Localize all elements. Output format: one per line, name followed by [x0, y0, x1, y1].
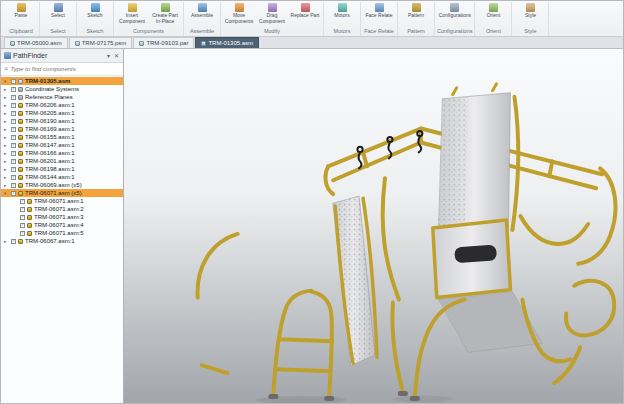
visibility-checkbox[interactable] — [11, 151, 16, 156]
tree-item[interactable]: TRM-06071.asm:4 — [1, 221, 123, 229]
ribbon-button[interactable]: Motors — [326, 2, 358, 20]
ribbon-button[interactable]: Pattern — [400, 2, 432, 20]
search-input[interactable] — [10, 66, 120, 72]
close-icon[interactable]: ✕ — [113, 52, 120, 59]
visibility-checkbox[interactable] — [11, 175, 16, 180]
visibility-checkbox[interactable] — [11, 103, 16, 108]
ribbon-button[interactable]: Assemble — [186, 2, 218, 20]
tree-item[interactable]: ▸ Reference Planes — [1, 93, 123, 101]
tree-item[interactable]: ▸ TRM-06201.asm:1 — [1, 157, 123, 165]
ribbon-button[interactable]: Move Components — [223, 2, 255, 26]
ribbon-button[interactable]: Insert Component — [116, 2, 148, 26]
tree-item[interactable]: ▾ TRM-06071.asm (x5) — [1, 189, 123, 197]
tree-item[interactable]: ▸ TRM-06155.asm:1 — [1, 133, 123, 141]
document-icon — [10, 41, 15, 46]
expand-arrow-icon[interactable]: ▸ — [4, 143, 9, 148]
ribbon-group-label: Clipboard — [5, 27, 37, 36]
tree-item[interactable]: ▾ TRM-01305.asm — [1, 77, 123, 85]
expand-arrow-icon[interactable]: ▾ — [4, 79, 9, 84]
visibility-checkbox[interactable] — [11, 183, 16, 188]
ribbon-button[interactable]: Face Relate — [363, 2, 395, 20]
expand-arrow-icon[interactable]: ▸ — [4, 151, 9, 156]
tree-item[interactable]: TRM-06071.asm:1 — [1, 197, 123, 205]
ribbon-button[interactable]: Orient — [477, 2, 509, 20]
visibility-checkbox[interactable] — [20, 199, 25, 204]
assembly-icon — [27, 231, 32, 236]
visibility-checkbox[interactable] — [11, 87, 16, 92]
ribbon-button[interactable]: Sketch — [79, 2, 111, 20]
ribbon-button[interactable]: Select — [42, 2, 74, 20]
dropdown-icon[interactable]: ▾ — [106, 52, 111, 59]
panel-window[interactable] — [433, 220, 543, 352]
tree-item[interactable]: ▸ TRM-06190.asm:1 — [1, 117, 123, 125]
assembly-icon — [18, 239, 23, 244]
tube-left-elbow[interactable] — [198, 234, 238, 373]
visibility-checkbox[interactable] — [11, 127, 16, 132]
tree-item[interactable]: ▸ TRM-06147.asm:1 — [1, 141, 123, 149]
expand-arrow-icon[interactable]: ▸ — [4, 167, 9, 172]
expand-arrow-icon[interactable]: ▾ — [4, 191, 9, 196]
expand-arrow-icon[interactable]: ▸ — [4, 95, 9, 100]
ribbon-group-label: Face Relate — [363, 27, 395, 36]
visibility-checkbox[interactable] — [11, 239, 16, 244]
visibility-checkbox[interactable] — [11, 111, 16, 116]
visibility-checkbox[interactable] — [11, 167, 16, 172]
ribbon-group-label: Sketch — [79, 27, 111, 36]
expand-arrow-icon[interactable]: ▸ — [4, 111, 9, 116]
expand-arrow-icon[interactable]: ▸ — [4, 87, 9, 92]
expand-arrow-icon[interactable]: ▸ — [4, 119, 9, 124]
visibility-checkbox[interactable] — [11, 159, 16, 164]
tree-item[interactable]: ▸ TRM-06169.asm:1 — [1, 125, 123, 133]
visibility-checkbox[interactable] — [20, 231, 25, 236]
tree-item[interactable]: ▸ TRM-06166.asm:1 — [1, 149, 123, 157]
assembly-model[interactable] — [198, 84, 616, 403]
visibility-checkbox[interactable] — [11, 119, 16, 124]
tree-item[interactable]: ▸ Coordinate Systems — [1, 85, 123, 93]
document-tab[interactable]: TRM-01305.asm — [195, 37, 259, 48]
expand-arrow-icon[interactable]: ▸ — [4, 127, 9, 132]
ribbon-button[interactable]: Drag Component — [256, 2, 288, 26]
panel-center-tall[interactable] — [333, 196, 377, 365]
tree-item[interactable]: TRM-06071.asm:3 — [1, 213, 123, 221]
tree-item[interactable]: ▸ TRM-06069.asm (x5) — [1, 181, 123, 189]
panel-upper-right[interactable] — [439, 84, 518, 236]
ribbon-button[interactable]: Replace Part — [289, 2, 321, 20]
tree-item[interactable]: ▸ TRM-06144.asm:1 — [1, 173, 123, 181]
visibility-checkbox[interactable] — [20, 215, 25, 220]
face-relate-icon — [375, 3, 384, 12]
document-tab[interactable]: TRM-07175.psm — [69, 37, 133, 48]
tube-bottom-left-frame[interactable] — [273, 291, 332, 397]
visibility-checkbox[interactable] — [20, 223, 25, 228]
document-tab[interactable]: TRM-05000.asm — [4, 37, 68, 48]
visibility-checkbox[interactable] — [11, 79, 16, 84]
tube-center[interactable] — [383, 178, 403, 392]
tree-item[interactable]: TRM-06071.asm:5 — [1, 229, 123, 237]
tree-item-label: TRM-06147.asm:1 — [25, 142, 75, 148]
visibility-checkbox[interactable] — [11, 95, 16, 100]
tree-item[interactable]: ▸ TRM-06067.asm:1 — [1, 237, 123, 245]
expand-arrow-icon[interactable]: ▸ — [4, 175, 9, 180]
tree-item[interactable]: ▸ TRM-06198.asm:1 — [1, 165, 123, 173]
ribbon-group-motors: Motors Motors — [324, 2, 361, 36]
ribbon-button[interactable]: Style — [514, 2, 546, 20]
ribbon-button[interactable]: Paste — [5, 2, 37, 20]
tube-right-cluster[interactable] — [520, 168, 615, 383]
document-tab[interactable]: TRM-09103.par — [133, 37, 194, 48]
assembly-icon — [27, 215, 32, 220]
ribbon-button[interactable]: Configurations — [439, 2, 471, 20]
expand-arrow-icon[interactable]: ▸ — [4, 183, 9, 188]
tree-item[interactable]: ▸ TRM-06206.asm:1 — [1, 101, 123, 109]
expand-arrow-icon[interactable]: ▸ — [4, 239, 9, 244]
visibility-checkbox[interactable] — [11, 135, 16, 140]
expand-arrow-icon[interactable]: ▸ — [4, 103, 9, 108]
expand-arrow-icon[interactable]: ▸ — [4, 159, 9, 164]
visibility-checkbox[interactable] — [11, 143, 16, 148]
viewport-3d[interactable] — [124, 49, 623, 403]
viewport-canvas[interactable] — [124, 49, 623, 403]
ribbon-button[interactable]: Create Part In-Place — [149, 2, 181, 26]
visibility-checkbox[interactable] — [20, 207, 25, 212]
tree-item[interactable]: ▸ TRM-06205.asm:1 — [1, 109, 123, 117]
tree-item[interactable]: TRM-06071.asm:2 — [1, 205, 123, 213]
visibility-checkbox[interactable] — [11, 191, 16, 196]
expand-arrow-icon[interactable]: ▸ — [4, 135, 9, 140]
